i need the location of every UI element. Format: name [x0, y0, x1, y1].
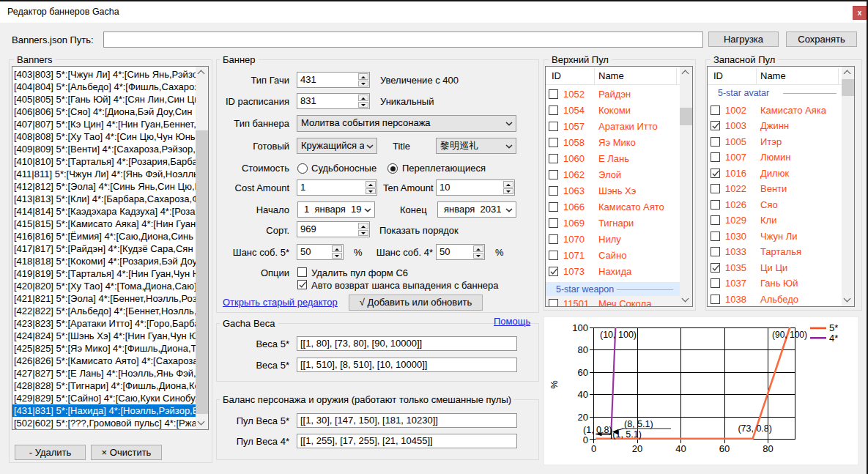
svg-text:4*: 4* [829, 333, 838, 344]
svg-text:40: 40 [675, 443, 686, 454]
svg-text:60: 60 [719, 443, 730, 454]
svg-text:(10, 100): (10, 100) [600, 330, 637, 340]
svg-text:40: 40 [578, 389, 588, 400]
svg-text:80: 80 [763, 443, 773, 454]
svg-text:0: 0 [583, 434, 588, 445]
svg-text:(1, 0.8): (1, 0.8) [583, 425, 612, 435]
svg-text:(73, 0.8): (73, 0.8) [738, 423, 772, 434]
svg-text:(8, 5.1): (8, 5.1) [624, 419, 653, 429]
svg-text:60: 60 [578, 367, 588, 378]
svg-text:%: % [549, 380, 560, 389]
svg-text:20: 20 [632, 443, 642, 454]
svg-text:(90, 100): (90, 100) [772, 330, 807, 340]
svg-text:80: 80 [578, 344, 588, 355]
svg-text:0: 0 [591, 443, 596, 454]
svg-text:100: 100 [572, 322, 588, 333]
svg-text:20: 20 [578, 412, 588, 423]
